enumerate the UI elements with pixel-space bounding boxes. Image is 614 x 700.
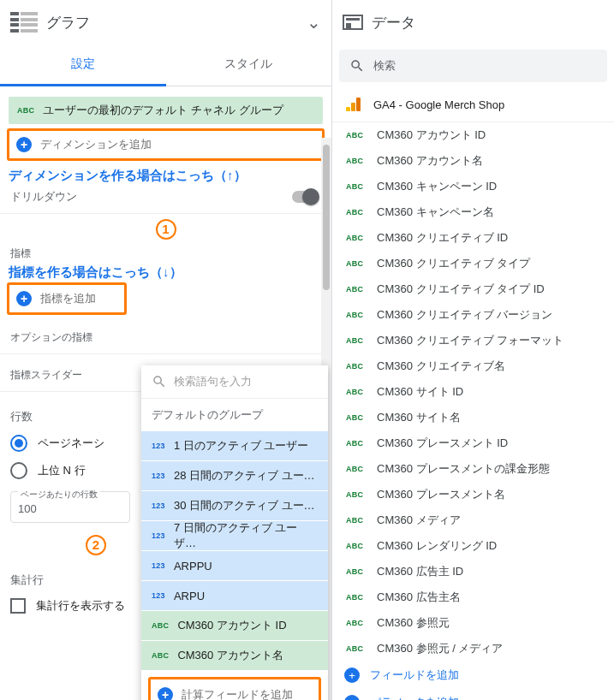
popup-option[interactable]: ABCCM360 アカウント ID — [141, 611, 328, 640]
add-dimension-button[interactable]: + ディメンションを追加 — [9, 131, 322, 158]
rows-per-page-value: 100 — [18, 502, 122, 515]
abc-type-icon: ABC — [346, 490, 368, 499]
field-row[interactable]: ABCCM360 サイト名 — [332, 405, 614, 430]
field-row[interactable]: ABCCM360 アカウント ID — [332, 122, 614, 148]
field-name: CM360 レンダリング ID — [377, 538, 497, 554]
field-row[interactable]: ABCCM360 広告主 ID — [332, 559, 614, 584]
field-row[interactable]: ABCCM360 レンダリング ID — [332, 533, 614, 559]
field-row[interactable]: ABCCM360 メディア — [332, 507, 614, 533]
abc-type-icon: ABC — [346, 182, 368, 191]
add-metric-button[interactable]: + 指標を追加 — [9, 285, 124, 312]
field-list: ABCCM360 アカウント IDABCCM360 アカウント名ABCCM360… — [332, 122, 614, 700]
field-row[interactable]: ABCCM360 アカウント名 — [332, 148, 614, 174]
field-row[interactable]: ABCCM360 クリエイティブ ID — [332, 225, 614, 251]
popup-option[interactable]: ABCCM360 アカウント名 — [141, 641, 328, 670]
plus-icon: + — [344, 695, 360, 700]
plus-icon: + — [158, 687, 173, 700]
field-name: CM360 サイト ID — [377, 384, 463, 400]
add-metric-label: 指標を追加 — [40, 291, 96, 306]
data-panel-header: データ — [332, 0, 614, 44]
abc-type-icon: ABC — [152, 621, 169, 630]
field-row[interactable]: ABCCM360 プレースメント ID — [332, 430, 614, 456]
field-name: CM360 クリエイティブ フォーマット — [377, 333, 563, 348]
field-row[interactable]: ABCCM360 クリエイティブ フォーマット — [332, 328, 614, 353]
pagination-label: ページネーシ — [38, 436, 104, 451]
ga4-icon — [346, 98, 361, 111]
chart-title: グラフ — [46, 13, 307, 33]
field-name: CM360 アカウント名 — [377, 153, 483, 169]
field-row[interactable]: ABCCM360 クリエイティブ タイプ — [332, 251, 614, 276]
tab-style[interactable]: スタイル — [166, 44, 332, 86]
popup-option[interactable]: 123ARPU — [141, 581, 328, 610]
field-row[interactable]: ABCCM360 サイト ID — [332, 379, 614, 405]
annotation-metric: 指標を作る場合はこっち（↓） — [0, 264, 331, 282]
add-param-button[interactable]: +パラメータを追加 — [332, 689, 614, 700]
field-row[interactable]: ABCCM360 キャンペーン ID — [332, 174, 614, 199]
abc-type-icon: ABC — [152, 651, 169, 660]
field-row[interactable]: ABCCM360 広告主名 — [332, 584, 614, 610]
popup-option-label: 30 日間のアクティブ ユー… — [174, 498, 315, 513]
popup-option[interactable]: 1231 日のアクティブ ユーザー — [141, 431, 328, 460]
add-param-button-label: パラメータを追加 — [370, 695, 459, 700]
field-row[interactable]: ABCCM360 参照元 — [332, 610, 614, 636]
data-panel-title: データ — [372, 13, 604, 33]
popup-option-list[interactable]: 1231 日のアクティブ ユーザー12328 日間のアクティブ ユー…12330… — [141, 431, 328, 670]
popup-option-label: ARPPU — [174, 560, 212, 572]
add-field-button-label: フィールドを追加 — [370, 667, 459, 683]
popup-option[interactable]: 123ARPPU — [141, 551, 328, 580]
abc-type-icon: ABC — [346, 311, 368, 319]
abc-type-icon: ABC — [346, 259, 368, 268]
popup-option-label: CM360 アカウント ID — [177, 618, 286, 633]
field-row[interactable]: ABCCM360 プレースメント名 — [332, 482, 614, 507]
abc-type-icon: ABC — [346, 234, 368, 242]
abc-type-icon: ABC — [346, 644, 368, 653]
field-row[interactable]: ABCCM360 参照元 / メディア — [332, 636, 614, 661]
add-calc-field-button[interactable]: + 計算フィールドを追加 — [151, 679, 319, 700]
field-name: CM360 クリエイティブ バージョン — [377, 307, 552, 323]
abc-type-icon: ABC — [346, 593, 368, 602]
radio-icon — [10, 462, 27, 479]
abc-type-icon: ABC — [346, 208, 368, 217]
number-type-icon: 123 — [152, 442, 165, 450]
field-row[interactable]: ABCCM360 クリエイティブ名 — [332, 353, 614, 379]
search-icon — [349, 58, 365, 74]
popup-option[interactable]: 1237 日間のアクティブ ユーザ… — [141, 521, 328, 550]
number-type-icon: 123 — [152, 591, 165, 600]
abc-type-icon: ABC — [346, 516, 368, 525]
abc-type-icon: ABC — [346, 465, 368, 473]
field-name: CM360 アカウント ID — [377, 128, 486, 143]
abc-type-icon: ABC — [346, 362, 368, 371]
show-summary-label: 集計行を表示する — [36, 598, 125, 614]
data-search[interactable]: 検索 — [339, 50, 607, 82]
rows-per-page-field[interactable]: ページあたりの行数 100 — [10, 491, 130, 523]
abc-type-icon: ABC — [346, 285, 368, 294]
add-field-button[interactable]: +フィールドを追加 — [332, 661, 614, 689]
config-tabs: 設定 スタイル — [0, 44, 331, 86]
field-row[interactable]: ABCCM360 プレースメントの課金形態 — [332, 456, 614, 482]
field-row[interactable]: ABCCM360 キャンペーン名 — [332, 199, 614, 225]
popup-option[interactable]: 12330 日間のアクティブ ユー… — [141, 491, 328, 520]
popup-option-label: 7 日間のアクティブ ユーザ… — [174, 520, 318, 551]
chevron-down-icon[interactable]: ⌄ — [307, 12, 321, 33]
abc-type-icon: ABC — [346, 542, 368, 550]
drilldown-toggle[interactable] — [292, 191, 318, 203]
number-type-icon: 123 — [152, 561, 165, 570]
field-name: CM360 参照元 — [377, 615, 450, 631]
highlight-add-dimension: + ディメンションを追加 — [7, 128, 325, 161]
highlight-add-metric: + 指標を追加 — [7, 282, 127, 315]
metrics-section-label: 指標 — [0, 245, 331, 264]
checkbox-icon — [10, 598, 26, 614]
number-type-icon: 123 — [152, 531, 165, 540]
popup-option-label: CM360 アカウント名 — [177, 648, 283, 663]
popup-search[interactable]: 検索語句を入力 — [141, 365, 328, 399]
field-name: CM360 クリエイティブ タイプ ID — [377, 282, 545, 297]
field-name: CM360 キャンペーン ID — [377, 179, 497, 194]
field-row[interactable]: ABCCM360 クリエイティブ バージョン — [332, 302, 614, 328]
highlight-add-calc-field: + 計算フィールドを追加 — [148, 677, 321, 700]
annotation-dimension: ディメンションを作る場合はこっち（↑） — [0, 161, 331, 186]
datasource-row[interactable]: GA4 - Google Merch Shop — [332, 87, 614, 122]
field-row[interactable]: ABCCM360 クリエイティブ タイプ ID — [332, 276, 614, 302]
popup-option[interactable]: 12328 日間のアクティブ ユー… — [141, 461, 328, 490]
dimension-chip[interactable]: ABC ユーザーの最初のデフォルト チャネル グループ — [9, 97, 323, 124]
tab-settings[interactable]: 設定 — [0, 44, 166, 86]
